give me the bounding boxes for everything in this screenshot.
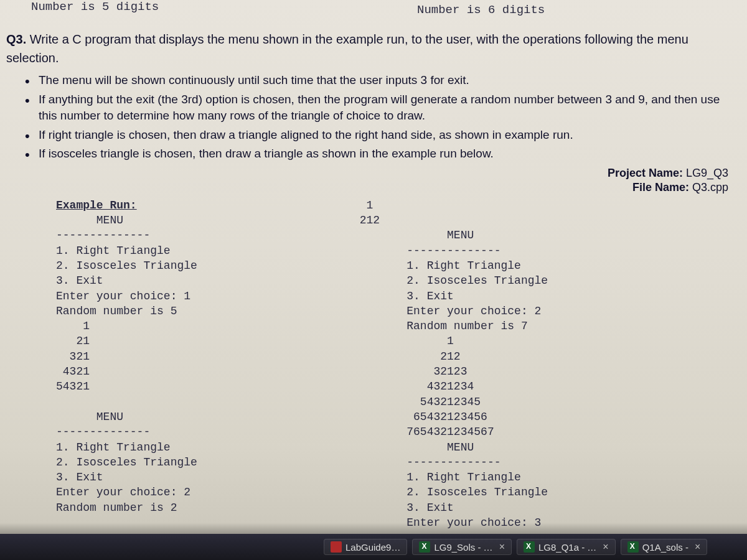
example-left-output: MENU -------------- 1. Right Triangle 2.…: [56, 214, 197, 514]
excel-icon: [419, 541, 430, 553]
example-run-heading: Example Run:: [56, 199, 137, 212]
question-number: Q3.: [6, 32, 26, 46]
close-icon[interactable]: ×: [603, 541, 608, 553]
taskbar-item-lg8q1a[interactable]: LG8_Q1a - … ×: [517, 539, 616, 555]
taskbar-item-labguide[interactable]: LabGuide9…: [324, 539, 407, 555]
taskbar-item-label: Q1A_sols -: [642, 542, 688, 553]
example-run-area: Example Run: MENU -------------- 1. Righ…: [6, 198, 735, 531]
taskbar: LabGuide9… LG9_Sols - … × LG8_Q1a - … × …: [0, 534, 747, 560]
project-name-label: Project Name:: [608, 167, 683, 179]
example-right-output: 1 212 MENU -------------- 1. Right Trian…: [353, 199, 548, 529]
excel-icon: [524, 541, 535, 553]
top-fragment-left: Number is 5 digits: [31, 0, 159, 14]
file-name-label: File Name:: [632, 181, 689, 194]
example-left-column: Example Run: MENU -------------- 1. Righ…: [56, 198, 197, 531]
taskbar-item-q1asols[interactable]: Q1A_sols - ×: [621, 539, 708, 555]
close-icon[interactable]: ×: [695, 541, 700, 553]
taskbar-item-label: LG9_Sols - …: [434, 542, 492, 553]
bullet-item: If anything but the exit (the 3rd) optio…: [25, 91, 735, 124]
bullet-item: If isosceles triangle is chosen, then dr…: [25, 146, 735, 162]
taskbar-item-label: LabGuide9…: [345, 542, 400, 553]
shadow-gradient: [0, 523, 747, 534]
question-text-1: Write a C program that displays the menu…: [30, 32, 688, 46]
question-text-2: selection.: [6, 51, 59, 65]
project-name-value: LG9_Q3: [686, 167, 728, 179]
bullet-item: If right triangle is chosen, then draw a…: [25, 127, 735, 144]
project-info: Project Name: LG9_Q3 File Name: Q3.cpp: [6, 166, 728, 195]
taskbar-item-lg9sols[interactable]: LG9_Sols - … ×: [412, 539, 512, 555]
top-fragment-right: Number is 6 digits: [417, 3, 545, 17]
file-name-value: Q3.cpp: [692, 181, 728, 194]
question-heading: Q3. Write a C program that displays the …: [6, 30, 735, 67]
bullet-list: The menu will be shown continuously unti…: [25, 72, 735, 162]
excel-icon: [627, 541, 639, 553]
close-icon[interactable]: ×: [499, 541, 505, 553]
taskbar-item-label: LG8_Q1a - …: [538, 542, 596, 553]
bullet-item: The menu will be shown continuously unti…: [25, 72, 735, 89]
pdf-icon: [331, 541, 342, 553]
example-right-column: 1 212 MENU -------------- 1. Right Trian…: [353, 198, 548, 531]
